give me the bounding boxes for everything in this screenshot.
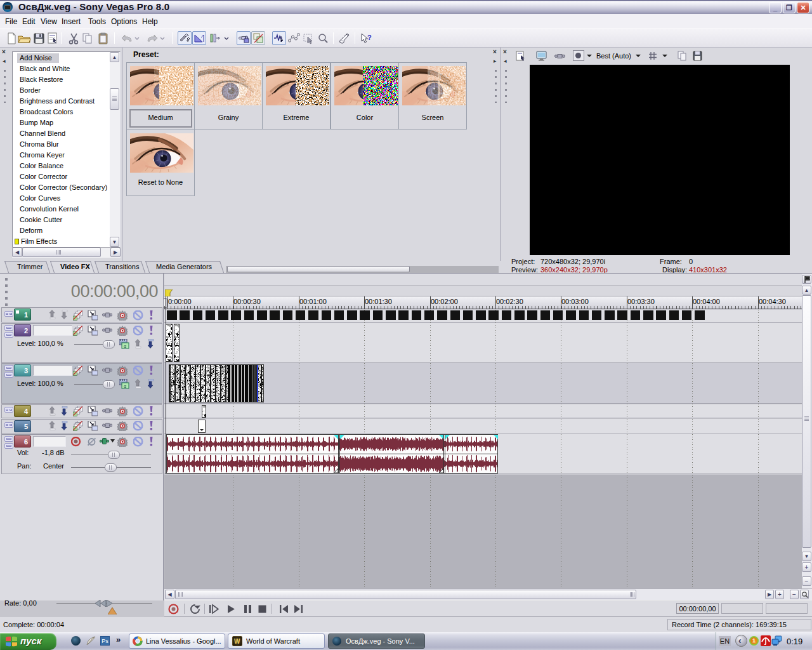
svg-text:?: ? [367,34,372,41]
